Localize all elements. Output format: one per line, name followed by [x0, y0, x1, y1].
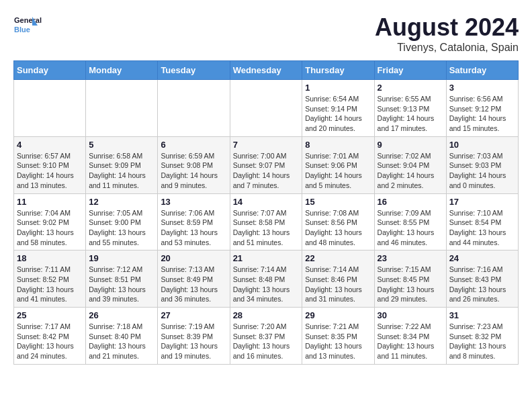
day-info: Sunrise: 7:08 AMSunset: 8:56 PMDaylight:… — [305, 208, 371, 248]
day-info: Sunrise: 7:20 AMSunset: 8:37 PMDaylight:… — [233, 322, 300, 361]
location-subtitle: Tivenys, Catalonia, Spain — [375, 42, 519, 54]
calendar-cell: 13Sunrise: 7:06 AMSunset: 8:59 PMDayligh… — [158, 193, 230, 250]
day-number: 2 — [378, 83, 443, 93]
calendar-cell: 11Sunrise: 7:04 AMSunset: 9:02 PMDayligh… — [14, 193, 86, 250]
day-info: Sunrise: 7:13 AMSunset: 8:49 PMDaylight:… — [161, 265, 226, 304]
day-number: 4 — [17, 140, 83, 150]
day-info: Sunrise: 7:04 AMSunset: 9:02 PMDaylight:… — [17, 208, 83, 248]
calendar-cell: 3Sunrise: 6:56 AMSunset: 9:12 PMDaylight… — [446, 80, 518, 137]
week-row-4: 18Sunrise: 7:11 AMSunset: 8:52 PMDayligh… — [14, 250, 519, 308]
week-row-1: 1Sunrise: 6:54 AMSunset: 9:14 PMDaylight… — [14, 80, 519, 137]
day-number: 7 — [233, 140, 300, 150]
calendar-cell: 14Sunrise: 7:07 AMSunset: 8:58 PMDayligh… — [230, 193, 302, 250]
calendar-cell — [86, 80, 158, 137]
calendar-cell: 26Sunrise: 7:18 AMSunset: 8:40 PMDayligh… — [86, 308, 158, 365]
day-info: Sunrise: 7:14 AMSunset: 8:48 PMDaylight:… — [233, 265, 300, 304]
day-number: 31 — [449, 310, 515, 320]
day-number: 29 — [305, 310, 371, 320]
calendar-cell: 25Sunrise: 7:17 AMSunset: 8:42 PMDayligh… — [14, 308, 86, 365]
weekday-header-wednesday: Wednesday — [230, 61, 302, 80]
page-header: General Blue August 2024 Tivenys, Catalo… — [13, 13, 519, 54]
weekday-header-row: SundayMondayTuesdayWednesdayThursdayFrid… — [14, 61, 519, 80]
day-number: 15 — [305, 197, 371, 207]
day-info: Sunrise: 7:09 AMSunset: 8:55 PMDaylight:… — [378, 208, 443, 248]
day-number: 23 — [378, 253, 443, 263]
calendar-cell — [158, 80, 230, 137]
calendar-cell: 20Sunrise: 7:13 AMSunset: 8:49 PMDayligh… — [158, 250, 230, 308]
day-number: 1 — [305, 83, 371, 93]
calendar-cell: 15Sunrise: 7:08 AMSunset: 8:56 PMDayligh… — [302, 193, 374, 250]
calendar-cell: 7Sunrise: 7:00 AMSunset: 9:07 PMDaylight… — [230, 136, 302, 193]
calendar-cell — [230, 80, 302, 137]
day-info: Sunrise: 7:12 AMSunset: 8:51 PMDaylight:… — [89, 265, 154, 304]
day-number: 17 — [449, 197, 515, 207]
day-info: Sunrise: 7:15 AMSunset: 8:45 PMDaylight:… — [378, 265, 443, 304]
svg-text:Blue: Blue — [14, 26, 30, 34]
calendar-cell: 5Sunrise: 6:58 AMSunset: 9:09 PMDaylight… — [86, 136, 158, 193]
day-number: 18 — [17, 253, 83, 263]
day-number: 6 — [161, 140, 226, 150]
day-info: Sunrise: 6:58 AMSunset: 9:09 PMDaylight:… — [89, 151, 154, 191]
day-info: Sunrise: 7:10 AMSunset: 8:54 PMDaylight:… — [449, 208, 515, 248]
day-number: 14 — [233, 197, 300, 207]
weekday-header-sunday: Sunday — [14, 61, 86, 80]
day-info: Sunrise: 6:59 AMSunset: 9:08 PMDaylight:… — [161, 151, 226, 191]
weekday-header-saturday: Saturday — [446, 61, 518, 80]
day-info: Sunrise: 6:54 AMSunset: 9:14 PMDaylight:… — [305, 94, 371, 134]
day-info: Sunrise: 7:05 AMSunset: 9:00 PMDaylight:… — [89, 208, 154, 248]
logo: General Blue — [13, 13, 74, 40]
day-number: 30 — [378, 310, 443, 320]
calendar-cell — [14, 80, 86, 137]
calendar-cell: 9Sunrise: 7:02 AMSunset: 9:04 PMDaylight… — [374, 136, 446, 193]
calendar-cell: 6Sunrise: 6:59 AMSunset: 9:08 PMDaylight… — [158, 136, 230, 193]
calendar-cell: 17Sunrise: 7:10 AMSunset: 8:54 PMDayligh… — [446, 193, 518, 250]
calendar-cell: 31Sunrise: 7:23 AMSunset: 8:32 PMDayligh… — [446, 308, 518, 365]
weekday-header-monday: Monday — [86, 61, 158, 80]
day-number: 16 — [378, 197, 443, 207]
day-number: 27 — [161, 310, 226, 320]
day-info: Sunrise: 6:56 AMSunset: 9:12 PMDaylight:… — [449, 94, 515, 134]
calendar-cell: 29Sunrise: 7:21 AMSunset: 8:35 PMDayligh… — [302, 308, 374, 365]
day-number: 8 — [305, 140, 371, 150]
day-info: Sunrise: 7:21 AMSunset: 8:35 PMDaylight:… — [305, 322, 371, 361]
calendar-cell: 30Sunrise: 7:22 AMSunset: 8:34 PMDayligh… — [374, 308, 446, 365]
day-info: Sunrise: 7:00 AMSunset: 9:07 PMDaylight:… — [233, 151, 300, 191]
day-info: Sunrise: 7:19 AMSunset: 8:39 PMDaylight:… — [161, 322, 226, 361]
day-info: Sunrise: 6:55 AMSunset: 9:13 PMDaylight:… — [378, 94, 443, 134]
weekday-header-tuesday: Tuesday — [158, 61, 230, 80]
day-number: 10 — [449, 140, 515, 150]
calendar-cell: 21Sunrise: 7:14 AMSunset: 8:48 PMDayligh… — [230, 250, 302, 308]
calendar-cell: 18Sunrise: 7:11 AMSunset: 8:52 PMDayligh… — [14, 250, 86, 308]
calendar-cell: 4Sunrise: 6:57 AMSunset: 9:10 PMDaylight… — [14, 136, 86, 193]
day-info: Sunrise: 7:18 AMSunset: 8:40 PMDaylight:… — [89, 322, 154, 361]
day-number: 26 — [89, 310, 154, 320]
calendar-cell: 10Sunrise: 7:03 AMSunset: 9:03 PMDayligh… — [446, 136, 518, 193]
day-info: Sunrise: 7:03 AMSunset: 9:03 PMDaylight:… — [449, 151, 515, 191]
day-info: Sunrise: 7:07 AMSunset: 8:58 PMDaylight:… — [233, 208, 300, 248]
weekday-header-thursday: Thursday — [302, 61, 374, 80]
day-info: Sunrise: 7:02 AMSunset: 9:04 PMDaylight:… — [378, 151, 443, 191]
calendar-cell: 2Sunrise: 6:55 AMSunset: 9:13 PMDaylight… — [374, 80, 446, 137]
day-info: Sunrise: 7:01 AMSunset: 9:06 PMDaylight:… — [305, 151, 371, 191]
main-title: August 2024 — [375, 13, 519, 42]
day-info: Sunrise: 7:22 AMSunset: 8:34 PMDaylight:… — [378, 322, 443, 361]
day-number: 28 — [233, 310, 300, 320]
day-number: 9 — [378, 140, 443, 150]
calendar-cell: 1Sunrise: 6:54 AMSunset: 9:14 PMDaylight… — [302, 80, 374, 137]
day-info: Sunrise: 6:57 AMSunset: 9:10 PMDaylight:… — [17, 151, 83, 191]
day-info: Sunrise: 7:23 AMSunset: 8:32 PMDaylight:… — [449, 322, 515, 361]
calendar-cell: 23Sunrise: 7:15 AMSunset: 8:45 PMDayligh… — [374, 250, 446, 308]
day-number: 22 — [305, 253, 371, 263]
week-row-3: 11Sunrise: 7:04 AMSunset: 9:02 PMDayligh… — [14, 193, 519, 250]
day-number: 11 — [17, 197, 83, 207]
day-info: Sunrise: 7:16 AMSunset: 8:43 PMDaylight:… — [449, 265, 515, 304]
calendar-cell: 28Sunrise: 7:20 AMSunset: 8:37 PMDayligh… — [230, 308, 302, 365]
calendar-cell: 24Sunrise: 7:16 AMSunset: 8:43 PMDayligh… — [446, 250, 518, 308]
svg-text:General: General — [14, 16, 42, 24]
calendar-cell: 22Sunrise: 7:14 AMSunset: 8:46 PMDayligh… — [302, 250, 374, 308]
title-block: August 2024 Tivenys, Catalonia, Spain — [375, 13, 519, 54]
day-number: 20 — [161, 253, 226, 263]
calendar-cell: 19Sunrise: 7:12 AMSunset: 8:51 PMDayligh… — [86, 250, 158, 308]
calendar-cell: 8Sunrise: 7:01 AMSunset: 9:06 PMDaylight… — [302, 136, 374, 193]
day-info: Sunrise: 7:06 AMSunset: 8:59 PMDaylight:… — [161, 208, 226, 248]
